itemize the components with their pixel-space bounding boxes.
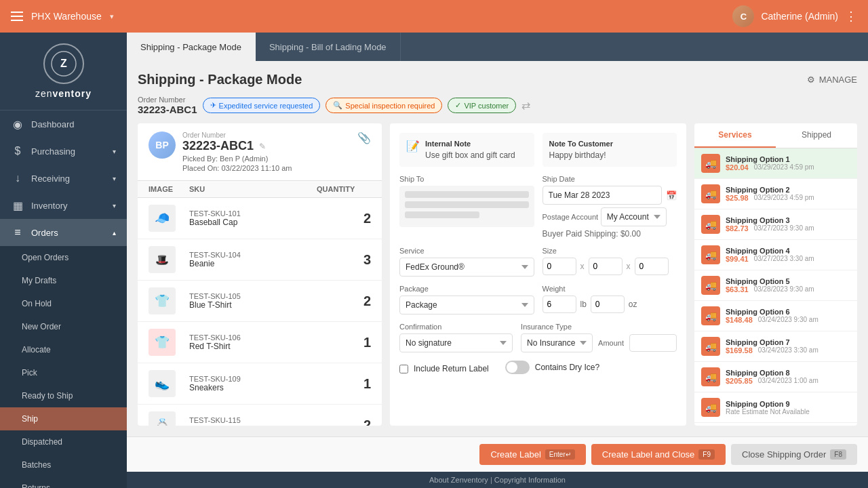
option-name: Shipping Option 8 <box>726 369 850 377</box>
item-image: 👕 <box>149 329 176 356</box>
sidebar-item-open-orders[interactable]: Open Orders <box>0 246 127 269</box>
package-weight-row: Package Package Weight lb oz <box>399 285 677 314</box>
list-item[interactable]: 🚚 Shipping Option 6 $148.48 03/24/2023 9… <box>694 301 857 331</box>
internal-note-text: Use gift box and gift card <box>425 150 515 160</box>
purchasing-icon: $ <box>11 144 24 158</box>
sidebar-item-returns[interactable]: Returns <box>0 476 127 488</box>
sidebar-item-on-hold[interactable]: On Hold <box>0 292 127 315</box>
item-sku: TEST-SKU-106 <box>189 333 317 342</box>
sidebar-item-dispatched[interactable]: Dispatched <box>0 430 127 453</box>
package-select[interactable]: Package <box>399 296 534 314</box>
item-sku: TEST-SKU-101 <box>189 209 317 218</box>
internal-note-title: Internal Note <box>425 140 515 148</box>
sidebar-item-receiving[interactable]: ↓ Receiving ▾ <box>0 165 127 192</box>
note-icon: 📝 <box>406 140 420 152</box>
addr-line-2 <box>405 201 529 208</box>
amount-label: Amount <box>598 339 624 347</box>
option-name: Shipping Option 3 <box>726 216 850 224</box>
ship-date-label: Ship Date <box>542 175 677 183</box>
calendar-icon[interactable]: 📅 <box>666 190 677 201</box>
weight-lb-input[interactable] <box>542 296 576 313</box>
sidebar-item-dashboard[interactable]: ◉ Dashboard <box>0 110 127 138</box>
shipping-options-list: 🚚 Shipping Option 1 $20.04 03/29/2023 4:… <box>694 148 857 426</box>
truck-icon: 🚚 <box>701 215 720 234</box>
tab-bol-mode[interactable]: Shipping - Bill of Lading Mode <box>256 33 401 61</box>
order-table-header: Image SKU Quantity <box>138 181 382 198</box>
list-item[interactable]: 🚚 Shipping Option 9 Rate Estimate Not Av… <box>694 392 857 423</box>
list-item[interactable]: 🚚 Shipping Option 7 $169.58 03/24/2023 3… <box>694 331 857 362</box>
warehouse-dropdown-icon[interactable]: ▾ <box>110 12 114 21</box>
sidebar-item-pick[interactable]: Pick <box>0 361 127 384</box>
manage-label: MANAGE <box>819 75 857 85</box>
list-item[interactable]: 🚚 Shipping Option 10 Rate Estimate Not A… <box>694 423 857 426</box>
tab-package-mode[interactable]: Shipping - Package Mode <box>127 33 256 61</box>
sidebar-item-purchasing[interactable]: $ Purchasing ▾ <box>0 138 127 165</box>
option-date: 03/27/2023 3:30 am <box>754 255 814 263</box>
sidebar-item-inventory[interactable]: ▦ Inventory ▾ <box>0 192 127 219</box>
page-header: Shipping - Package Mode ⚙ MANAGE <box>138 72 857 87</box>
tab-shipped[interactable]: Shipped <box>776 123 857 148</box>
weight-oz-input[interactable] <box>591 296 625 313</box>
service-size-row: Service FedEx Ground® Size x x <box>399 247 677 277</box>
postage-account-label: Postage Account <box>542 213 599 221</box>
truck-icon: 🚚 <box>701 306 720 325</box>
list-item[interactable]: 🚚 Shipping Option 3 $82.73 03/27/2023 9:… <box>694 209 857 240</box>
weight-lb-label: lb <box>580 300 587 309</box>
list-item[interactable]: 🚚 Shipping Option 2 $25.98 03/29/2023 4:… <box>694 179 857 209</box>
avatar: C <box>732 5 754 27</box>
list-item[interactable]: 🚚 Shipping Option 4 $99.41 03/27/2023 3:… <box>694 240 857 270</box>
swap-icon[interactable]: ⇄ <box>521 99 530 112</box>
insurance-group: Insurance Type No Insurance Amount <box>521 323 677 352</box>
item-name: Blue T-Shirt <box>189 300 317 310</box>
sidebar-item-batches[interactable]: Batches <box>0 453 127 476</box>
order-panel-header: BP Order Number 32223-ABC1 ✎ Picked By: … <box>138 123 382 181</box>
option-date: 03/24/2023 9:30 am <box>758 316 818 324</box>
table-row: 💍 TEST-SKU-115Bracelet 2 <box>138 405 382 426</box>
option-price: $63.31 <box>726 285 749 293</box>
edit-icon[interactable]: ✎ <box>259 142 266 151</box>
list-item[interactable]: 🚚 Shipping Option 5 $63.31 03/28/2023 9:… <box>694 270 857 301</box>
note-to-customer-title: Note To Customer <box>549 140 671 148</box>
close-shipping-order-button[interactable]: Close Shipping Order F8 <box>731 444 857 465</box>
size-depth-input[interactable] <box>635 258 669 275</box>
service-select[interactable]: FedEx Ground® <box>399 258 534 277</box>
list-item[interactable]: 🚚 Shipping Option 8 $205.85 03/24/2023 1… <box>694 362 857 392</box>
about-link[interactable]: About Zenventory <box>429 476 488 484</box>
create-label-close-shortcut: F9 <box>698 449 715 460</box>
sidebar-item-new-order[interactable]: New Order <box>0 315 127 338</box>
ship-date-input[interactable] <box>542 186 663 205</box>
dry-ice-toggle[interactable] <box>505 361 530 374</box>
warehouse-name[interactable]: PHX Warehouse <box>31 11 102 22</box>
return-label-checkbox[interactable] <box>399 365 408 373</box>
hamburger-icon[interactable] <box>11 12 23 21</box>
insurance-amount-input[interactable] <box>629 334 677 352</box>
confirmation-select[interactable]: No signature <box>399 333 513 352</box>
sidebar-item-ready-to-ship[interactable]: Ready to Ship <box>0 384 127 407</box>
create-label-close-button[interactable]: Create Label and Close F9 <box>591 444 726 465</box>
tab-services[interactable]: Services <box>694 123 776 148</box>
sidebar-item-ship[interactable]: Ship <box>0 407 127 430</box>
note-to-customer-box: Note To Customer Happy birthday! <box>542 133 677 167</box>
option-price: $82.73 <box>726 224 749 232</box>
order-number-value: 32223-ABC1 <box>138 104 197 115</box>
option-date: 03/24/2023 1:00 am <box>758 377 818 385</box>
inventory-icon: ▦ <box>11 199 24 212</box>
list-item[interactable]: 🚚 Shipping Option 1 $20.04 03/29/2023 4:… <box>694 148 857 179</box>
more-options-icon[interactable]: ⋮ <box>845 9 857 24</box>
manage-button[interactable]: ⚙ MANAGE <box>807 75 857 85</box>
sidebar-item-my-drafts[interactable]: My Drafts <box>0 269 127 292</box>
option-price: $148.48 <box>726 316 753 324</box>
size-height-input[interactable] <box>589 258 623 275</box>
create-label-button[interactable]: Create Label Enter↵ <box>479 444 585 465</box>
sidebar-item-allocate[interactable]: Allocate <box>0 338 127 361</box>
three-col-layout: BP Order Number 32223-ABC1 ✎ Picked By: … <box>138 123 857 426</box>
postage-account-select[interactable]: My Account <box>601 207 667 226</box>
size-width-input[interactable] <box>542 258 576 275</box>
sidebar-item-orders[interactable]: ≡ Orders ▴ <box>0 219 127 246</box>
paperclip-icon[interactable]: 📎 <box>357 131 371 144</box>
picked-by: Picked By: Ben P (Admin) <box>182 155 292 163</box>
truck-icon: 🚚 <box>701 276 720 295</box>
insurance-type-select[interactable]: No Insurance <box>521 333 593 352</box>
order-number-label: Order Number <box>138 96 197 104</box>
copyright-link[interactable]: Copyright Information <box>494 476 566 484</box>
